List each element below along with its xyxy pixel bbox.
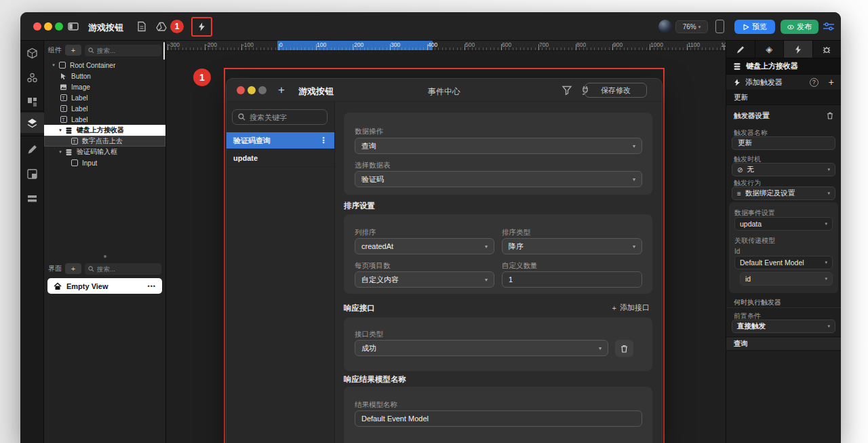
tab-style[interactable] xyxy=(726,41,755,58)
caret-down-icon[interactable]: ▾ xyxy=(58,149,63,155)
text-label-icon: T xyxy=(60,105,67,112)
sort-section-title: 排序设置 xyxy=(344,201,375,211)
publish-button[interactable]: 发布 xyxy=(781,20,818,34)
response-section-title: 响应接口 xyxy=(344,303,375,313)
trigger-settings-header: 触发器设置 xyxy=(726,109,841,123)
text-label-icon: T xyxy=(71,138,78,145)
add-trigger-row: 添加触发器 ? + xyxy=(726,75,841,90)
tree-item-label[interactable]: T Label xyxy=(44,92,165,103)
result-model-input[interactable] xyxy=(355,410,642,427)
zoom-level-value: 76% xyxy=(683,23,696,31)
lightning-icon xyxy=(793,45,803,54)
tree-item-number-click[interactable]: T 数字点击上去 xyxy=(44,136,165,147)
tree-item-label[interactable]: T Label xyxy=(44,114,165,125)
zoom-level-select[interactable]: 76% ▾ xyxy=(675,20,708,33)
event-model-dropdown[interactable]: Default Event Model ▾ xyxy=(734,256,833,269)
components-search-input[interactable] xyxy=(97,47,158,54)
add-trigger-button[interactable]: + xyxy=(829,77,834,88)
horizontal-ruler: -300 -200 -100 0 100 200 300 400 500 600… xyxy=(166,41,726,51)
help-icon[interactable]: ? xyxy=(810,78,818,87)
query-section-header[interactable]: 查询 xyxy=(726,336,841,351)
settings-sliders-icon[interactable] xyxy=(823,21,835,32)
filter-funnel-icon[interactable] xyxy=(561,85,572,96)
tab-debug[interactable] xyxy=(813,41,842,58)
interface-type-dropdown[interactable]: 成功 ▾ xyxy=(355,340,608,356)
tree-item-captcha-input-box[interactable]: ▾ 验证码输入框 xyxy=(44,147,165,157)
precondition-dropdown[interactable]: 直接触发 ▾ xyxy=(732,320,835,333)
canvas[interactable]: -300 -200 -100 0 100 200 300 400 500 600… xyxy=(166,41,726,443)
views-search-input[interactable] xyxy=(97,265,158,273)
sort-column-dropdown[interactable]: createdAt ▾ xyxy=(355,238,494,254)
model-field-dropdown[interactable]: id ▾ xyxy=(740,272,833,286)
list-rows-icon[interactable] xyxy=(26,193,38,204)
tree-item-keyboard-receiver[interactable]: ▾ 键盘上方接收器 xyxy=(44,125,165,136)
trigger-behavior-dropdown[interactable]: ≡ 数据绑定及设置 ▾ xyxy=(732,187,835,200)
custom-count-input[interactable] xyxy=(502,271,642,288)
layout-grid-icon[interactable] xyxy=(26,96,38,108)
panel-scrollbar[interactable] xyxy=(163,42,165,60)
input-icon xyxy=(71,159,78,166)
sort-type-dropdown[interactable]: 降序 ▾ xyxy=(502,238,642,254)
image-icon xyxy=(59,83,68,91)
event-list-item-update[interactable]: update xyxy=(226,150,334,167)
layers-icon[interactable] xyxy=(26,117,38,129)
modal-sidebar: 验证码查询 ⋮ update xyxy=(226,102,335,443)
result-model-card: 结果模型名称 xyxy=(344,387,652,443)
data-table-dropdown[interactable]: 验证码 ▾ xyxy=(355,171,642,187)
home-icon xyxy=(54,282,62,290)
tab-layers[interactable]: ◈ xyxy=(755,41,785,58)
list-menu-icon: ≡ xyxy=(737,190,741,197)
tree-item-button[interactable]: Button xyxy=(44,71,165,81)
trigger-name-input[interactable] xyxy=(732,136,835,150)
panel-resize-handle[interactable] xyxy=(104,255,106,258)
data-event-dropdown[interactable]: updata ▾ xyxy=(734,217,833,231)
chevron-down-icon: ▾ xyxy=(825,221,827,227)
sidebar-toggle-icon[interactable] xyxy=(68,21,79,32)
caret-down-icon[interactable]: ▾ xyxy=(51,62,56,68)
when-execute-label: 何时执行触发器 xyxy=(734,298,781,307)
tree-item-input[interactable]: Input xyxy=(44,157,165,168)
modal-search[interactable] xyxy=(232,109,328,125)
minimize-button[interactable] xyxy=(44,22,52,31)
view-item-menu[interactable]: ••• xyxy=(148,283,156,290)
events-toolbar-icon[interactable] xyxy=(191,17,212,37)
components-cube-icon[interactable] xyxy=(26,47,38,59)
modal-header: + 游戏按钮 事件中心 保存修改 xyxy=(226,79,662,102)
trigger-list-item-update[interactable]: 更新 xyxy=(726,90,841,105)
add-component-button[interactable]: + xyxy=(65,45,81,56)
caret-down-icon[interactable]: ▾ xyxy=(58,128,63,133)
preview-button[interactable]: 预览 xyxy=(734,20,775,34)
layout-panels-icon[interactable] xyxy=(26,168,38,180)
tree-item-image[interactable]: Image xyxy=(44,81,165,92)
eye-icon xyxy=(787,24,794,31)
globe-icon[interactable] xyxy=(658,20,672,33)
cloud-drive-icon[interactable] xyxy=(156,21,167,32)
trigger-timing-dropdown[interactable]: ⊘ 无 ▾ xyxy=(732,163,835,176)
delete-interface-button[interactable] xyxy=(615,340,633,357)
item-menu-dots-icon[interactable]: ⋮ xyxy=(319,136,328,145)
add-view-button[interactable]: + xyxy=(65,263,81,274)
event-list-item-captcha-query[interactable]: 验证码查询 ⋮ xyxy=(226,132,334,149)
tree-item-root-container[interactable]: ▾ Root Container xyxy=(44,60,165,71)
save-changes-button[interactable]: 保存修改 xyxy=(585,83,647,98)
data-operation-dropdown[interactable]: 查询 ▾ xyxy=(355,138,642,154)
views-search[interactable] xyxy=(85,263,161,275)
chevron-down-icon: ▾ xyxy=(599,345,601,351)
tree-item-label[interactable]: T Label xyxy=(44,103,165,114)
components-search[interactable] xyxy=(85,45,161,56)
blocks-group-icon[interactable] xyxy=(26,72,38,83)
per-page-dropdown[interactable]: 自定义内容 ▾ xyxy=(355,271,494,288)
selected-component-header: 键盘上方接收器 xyxy=(726,58,841,75)
document-icon[interactable] xyxy=(136,21,147,32)
close-button[interactable] xyxy=(33,22,41,31)
modal-search-input[interactable] xyxy=(250,113,321,121)
event-center-modal: + 游戏按钮 事件中心 保存修改 验证码查询 xyxy=(226,78,663,443)
paint-brush-icon[interactable] xyxy=(26,144,38,155)
zoom-window-button[interactable] xyxy=(55,22,63,31)
add-interface-button[interactable]: + 添加接口 xyxy=(612,303,650,313)
view-item-empty-view[interactable]: Empty View ••• xyxy=(47,278,162,294)
device-frame-icon[interactable] xyxy=(715,20,724,33)
delete-trigger-button[interactable] xyxy=(827,112,833,121)
tab-events[interactable] xyxy=(784,41,813,58)
search-icon xyxy=(88,47,94,54)
